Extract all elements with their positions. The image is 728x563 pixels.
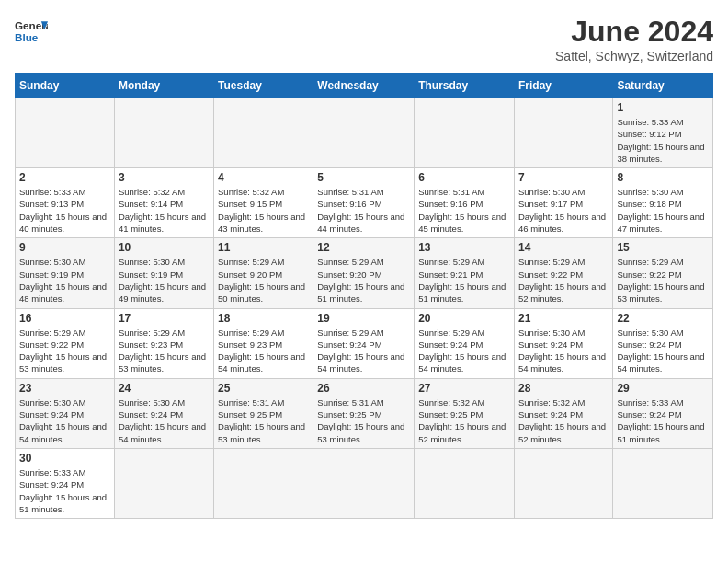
day-info: Sunrise: 5:31 AM Sunset: 9:25 PM Dayligh… [317, 396, 410, 445]
day-number: 5 [317, 171, 410, 184]
day-number: 24 [119, 382, 210, 395]
day-info: Sunrise: 5:29 AM Sunset: 9:22 PM Dayligh… [19, 327, 110, 375]
calendar-day [613, 448, 713, 518]
calendar-day: 2Sunrise: 5:33 AM Sunset: 9:13 PM Daylig… [16, 168, 115, 238]
day-number: 1 [617, 101, 709, 114]
day-number: 14 [518, 241, 609, 254]
day-number: 15 [617, 241, 709, 254]
calendar-day: 30Sunrise: 5:33 AM Sunset: 9:24 PM Dayli… [16, 448, 115, 518]
day-info: Sunrise: 5:32 AM Sunset: 9:25 PM Dayligh… [418, 396, 510, 445]
calendar-week-3: 9Sunrise: 5:30 AM Sunset: 9:19 PM Daylig… [16, 238, 713, 308]
column-header-friday: Friday [514, 74, 612, 98]
calendar-day: 15Sunrise: 5:29 AM Sunset: 9:22 PM Dayli… [613, 238, 713, 308]
calendar-day: 25Sunrise: 5:31 AM Sunset: 9:25 PM Dayli… [214, 378, 313, 448]
calendar-day: 26Sunrise: 5:31 AM Sunset: 9:25 PM Dayli… [313, 378, 415, 448]
calendar-day [313, 448, 415, 518]
day-number: 29 [617, 382, 709, 395]
column-header-thursday: Thursday [415, 74, 515, 98]
day-number: 20 [418, 312, 510, 325]
day-number: 8 [617, 171, 709, 184]
day-number: 4 [218, 171, 309, 184]
calendar-day [415, 98, 515, 168]
day-info: Sunrise: 5:30 AM Sunset: 9:24 PM Dayligh… [119, 396, 210, 445]
day-info: Sunrise: 5:33 AM Sunset: 9:24 PM Dayligh… [19, 466, 110, 515]
calendar-week-1: 1Sunrise: 5:33 AM Sunset: 9:12 PM Daylig… [16, 98, 713, 168]
calendar-day [16, 98, 115, 168]
day-number: 27 [418, 382, 510, 395]
day-number: 9 [19, 241, 110, 254]
calendar-day: 19Sunrise: 5:29 AM Sunset: 9:24 PM Dayli… [313, 308, 415, 378]
month-title: June 2024 [555, 15, 713, 49]
calendar-week-5: 23Sunrise: 5:30 AM Sunset: 9:24 PM Dayli… [16, 378, 713, 448]
day-number: 26 [317, 382, 410, 395]
calendar-day: 22Sunrise: 5:30 AM Sunset: 9:24 PM Dayli… [613, 308, 713, 378]
day-number: 17 [119, 312, 210, 325]
calendar-day: 13Sunrise: 5:29 AM Sunset: 9:21 PM Dayli… [415, 238, 515, 308]
calendar-table: SundayMondayTuesdayWednesdayThursdayFrid… [15, 73, 713, 519]
calendar-day: 12Sunrise: 5:29 AM Sunset: 9:20 PM Dayli… [313, 238, 415, 308]
day-info: Sunrise: 5:30 AM Sunset: 9:18 PM Dayligh… [617, 186, 709, 235]
logo-icon: General Blue [15, 15, 48, 48]
day-number: 16 [19, 312, 110, 325]
calendar-day: 11Sunrise: 5:29 AM Sunset: 9:20 PM Dayli… [214, 238, 313, 308]
calendar-day: 16Sunrise: 5:29 AM Sunset: 9:22 PM Dayli… [16, 308, 115, 378]
day-number: 21 [518, 312, 609, 325]
day-info: Sunrise: 5:29 AM Sunset: 9:24 PM Dayligh… [317, 327, 410, 375]
column-header-sunday: Sunday [16, 74, 115, 98]
calendar-day [114, 98, 213, 168]
day-info: Sunrise: 5:33 AM Sunset: 9:13 PM Dayligh… [19, 186, 110, 235]
calendar-header-row: SundayMondayTuesdayWednesdayThursdayFrid… [16, 74, 713, 98]
day-info: Sunrise: 5:31 AM Sunset: 9:16 PM Dayligh… [418, 186, 510, 235]
calendar-day: 8Sunrise: 5:30 AM Sunset: 9:18 PM Daylig… [613, 168, 713, 238]
calendar-day: 9Sunrise: 5:30 AM Sunset: 9:19 PM Daylig… [16, 238, 115, 308]
day-info: Sunrise: 5:30 AM Sunset: 9:24 PM Dayligh… [518, 327, 609, 375]
day-info: Sunrise: 5:30 AM Sunset: 9:19 PM Dayligh… [119, 256, 210, 304]
day-info: Sunrise: 5:32 AM Sunset: 9:15 PM Dayligh… [218, 186, 309, 235]
day-info: Sunrise: 5:29 AM Sunset: 9:23 PM Dayligh… [218, 327, 309, 375]
day-number: 19 [317, 312, 410, 325]
calendar-day [514, 448, 612, 518]
title-area: June 2024 Sattel, Schwyz, Switzerland [555, 15, 713, 63]
calendar-day: 17Sunrise: 5:29 AM Sunset: 9:23 PM Dayli… [114, 308, 213, 378]
day-info: Sunrise: 5:30 AM Sunset: 9:19 PM Dayligh… [19, 256, 110, 304]
column-header-saturday: Saturday [613, 74, 713, 98]
day-number: 3 [119, 171, 210, 184]
calendar-day: 1Sunrise: 5:33 AM Sunset: 9:12 PM Daylig… [613, 98, 713, 168]
day-info: Sunrise: 5:30 AM Sunset: 9:17 PM Dayligh… [518, 186, 609, 235]
day-info: Sunrise: 5:30 AM Sunset: 9:24 PM Dayligh… [617, 327, 709, 375]
calendar-day: 14Sunrise: 5:29 AM Sunset: 9:22 PM Dayli… [514, 238, 612, 308]
day-number: 10 [119, 241, 210, 254]
calendar-day: 3Sunrise: 5:32 AM Sunset: 9:14 PM Daylig… [114, 168, 213, 238]
svg-text:Blue: Blue [15, 31, 39, 43]
day-info: Sunrise: 5:29 AM Sunset: 9:20 PM Dayligh… [317, 256, 410, 304]
calendar-week-2: 2Sunrise: 5:33 AM Sunset: 9:13 PM Daylig… [16, 168, 713, 238]
location-subtitle: Sattel, Schwyz, Switzerland [555, 49, 713, 63]
day-number: 22 [617, 312, 709, 325]
calendar-day: 23Sunrise: 5:30 AM Sunset: 9:24 PM Dayli… [16, 378, 115, 448]
day-info: Sunrise: 5:29 AM Sunset: 9:22 PM Dayligh… [518, 256, 609, 304]
day-info: Sunrise: 5:33 AM Sunset: 9:12 PM Dayligh… [617, 116, 709, 165]
calendar-day: 29Sunrise: 5:33 AM Sunset: 9:24 PM Dayli… [613, 378, 713, 448]
calendar-day: 6Sunrise: 5:31 AM Sunset: 9:16 PM Daylig… [415, 168, 515, 238]
day-info: Sunrise: 5:30 AM Sunset: 9:24 PM Dayligh… [19, 396, 110, 445]
day-info: Sunrise: 5:31 AM Sunset: 9:25 PM Dayligh… [218, 396, 309, 445]
calendar-day: 10Sunrise: 5:30 AM Sunset: 9:19 PM Dayli… [114, 238, 213, 308]
day-info: Sunrise: 5:29 AM Sunset: 9:23 PM Dayligh… [119, 327, 210, 375]
day-info: Sunrise: 5:29 AM Sunset: 9:24 PM Dayligh… [418, 327, 510, 375]
day-info: Sunrise: 5:32 AM Sunset: 9:14 PM Dayligh… [119, 186, 210, 235]
day-number: 12 [317, 241, 410, 254]
calendar-day: 21Sunrise: 5:30 AM Sunset: 9:24 PM Dayli… [514, 308, 612, 378]
day-info: Sunrise: 5:32 AM Sunset: 9:24 PM Dayligh… [518, 396, 609, 445]
calendar-week-4: 16Sunrise: 5:29 AM Sunset: 9:22 PM Dayli… [16, 308, 713, 378]
day-number: 28 [518, 382, 609, 395]
day-info: Sunrise: 5:31 AM Sunset: 9:16 PM Dayligh… [317, 186, 410, 235]
day-number: 18 [218, 312, 309, 325]
calendar-day: 28Sunrise: 5:32 AM Sunset: 9:24 PM Dayli… [514, 378, 612, 448]
calendar-day [214, 448, 313, 518]
day-number: 7 [518, 171, 609, 184]
logo: General Blue [15, 15, 48, 48]
day-number: 6 [418, 171, 510, 184]
calendar-day [313, 98, 415, 168]
calendar-day: 4Sunrise: 5:32 AM Sunset: 9:15 PM Daylig… [214, 168, 313, 238]
day-number: 25 [218, 382, 309, 395]
